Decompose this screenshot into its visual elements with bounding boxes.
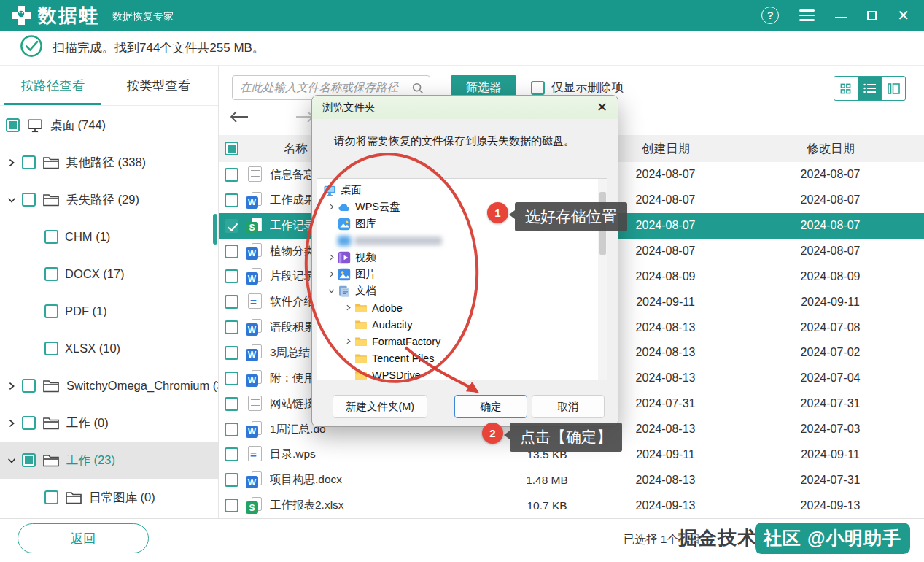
- tree-item-checkbox[interactable]: [22, 379, 36, 393]
- sidebar: 按路径查看 按类型查看 桌面 (744)其他路径 (338)丢失路径 (29)C…: [0, 66, 219, 518]
- file-row-checkbox[interactable]: [225, 346, 238, 360]
- chevron-right-icon[interactable]: [343, 303, 353, 312]
- tree-item-checkbox[interactable]: [22, 416, 36, 430]
- chevron-right-icon[interactable]: [6, 157, 18, 169]
- blurred-user-folder: [338, 236, 442, 246]
- chevron-down-icon[interactable]: [6, 194, 18, 206]
- file-row-checkbox[interactable]: [225, 219, 238, 233]
- chevron-right-icon[interactable]: [6, 417, 18, 429]
- chevron-right-icon[interactable]: [327, 202, 336, 212]
- folder-tree-item-Adobe[interactable]: Adobe: [317, 299, 607, 316]
- ok-button[interactable]: 确定: [454, 395, 527, 418]
- sidebar-scrollbar-thumb[interactable]: [213, 214, 217, 245]
- minimize-button[interactable]: [835, 12, 847, 18]
- watermark-pill: 社区 @小明助手: [755, 523, 910, 554]
- chevron-right-icon[interactable]: [327, 269, 336, 279]
- deleted-only-checkbox-box[interactable]: [531, 81, 545, 95]
- file-created-date: 2024-08-13: [594, 467, 737, 493]
- tree-item-checkbox[interactable]: [44, 490, 58, 504]
- sidebar-tree-item-SwitchyOmega_Chromium[interactable]: SwitchyOmega_Chromium (3: [0, 367, 218, 404]
- sidebar-tree-item-工作[interactable]: 工作 (0): [0, 404, 218, 442]
- file-row-checkbox[interactable]: [225, 397, 238, 411]
- file-modified-date: 2024-08-09: [737, 263, 924, 289]
- back-button[interactable]: 返回: [18, 523, 149, 553]
- tree-item-checkbox[interactable]: [22, 453, 36, 467]
- new-folder-button[interactable]: 新建文件夹(M): [333, 395, 427, 418]
- tab-view-by-path[interactable]: 按路径查看: [0, 66, 106, 105]
- preview-view-button[interactable]: [882, 77, 905, 100]
- sidebar-tree-item-PDF[interactable]: PDF (1): [0, 293, 218, 330]
- tree-item-checkbox[interactable]: [22, 193, 36, 207]
- tree-item-label: 工作 (23): [66, 453, 115, 469]
- file-row-checkbox[interactable]: [225, 295, 238, 309]
- scan-complete-icon: [19, 34, 44, 62]
- file-row-checkbox[interactable]: [225, 245, 238, 258]
- sidebar-tree-item-DOCX[interactable]: DOCX (17): [0, 255, 218, 293]
- folder-tree-item-视频[interactable]: 视频: [317, 249, 607, 266]
- chevron-down-icon[interactable]: [6, 455, 18, 466]
- word-file-icon: W: [246, 471, 263, 488]
- menu-icon[interactable]: [799, 9, 815, 21]
- select-all-checkbox[interactable]: [225, 142, 238, 155]
- chevron-right-icon[interactable]: [6, 380, 18, 392]
- step-1-badge: 1: [487, 202, 508, 223]
- tree-item-checkbox[interactable]: [22, 155, 36, 169]
- sidebar-tree-item-丢失路径[interactable]: 丢失路径 (29): [0, 181, 218, 218]
- tree-item-checkbox[interactable]: [44, 230, 58, 244]
- documents-icon: [338, 285, 351, 298]
- folder-tree-item-桌面[interactable]: 桌面: [317, 182, 607, 199]
- tree-item-checkbox[interactable]: [44, 267, 58, 281]
- list-view-icon: [863, 83, 877, 93]
- folder-name: WPSDrive: [372, 369, 421, 381]
- file-row[interactable]: S工作报表2.xlsx10.7 KB2024-09-132024-09-13: [219, 493, 924, 518]
- file-row-checkbox[interactable]: [225, 193, 238, 207]
- chevron-down-icon[interactable]: [327, 286, 336, 296]
- sidebar-tree-item-工作[interactable]: 工作 (23): [0, 442, 218, 479]
- tree-item-label: XLSX (10): [65, 342, 120, 355]
- folder-icon: [354, 318, 368, 331]
- folder-tree-item-blurred[interactable]: [317, 232, 607, 249]
- folder-icon: [354, 335, 368, 348]
- chevron-right-icon[interactable]: [327, 253, 336, 262]
- sidebar-tree-item-XLSX[interactable]: XLSX (10): [0, 330, 218, 367]
- file-row-checkbox[interactable]: [225, 320, 238, 334]
- tree-item-checkbox[interactable]: [44, 342, 58, 355]
- folder-tree-item-Audacity[interactable]: Audacity: [317, 316, 607, 333]
- grid-view-button[interactable]: [834, 77, 858, 100]
- sidebar-tree-item-日常图库[interactable]: 日常图库 (0): [0, 479, 218, 516]
- tree-item-label: 工作 (0): [66, 415, 109, 431]
- file-row-checkbox[interactable]: [225, 447, 238, 461]
- column-modified-header[interactable]: 修改日期: [737, 135, 924, 162]
- list-view-button[interactable]: [858, 77, 882, 100]
- sidebar-tree-item-CHM[interactable]: CHM (1): [0, 218, 218, 255]
- file-row[interactable]: W项目构思.docx1.48 MB2024-08-132024-07-31: [219, 467, 924, 493]
- close-button[interactable]: ✕: [897, 8, 909, 23]
- annotation-step-2: 2 点击【确定】: [482, 423, 622, 452]
- folder-tree-item-WPSDrive[interactable]: WPSDrive: [317, 366, 607, 380]
- cancel-button[interactable]: 取消: [532, 395, 605, 418]
- folder-tree-item-FormatFactory[interactable]: FormatFactory: [317, 333, 607, 350]
- file-row-checkbox[interactable]: [225, 372, 238, 385]
- tab-view-by-type[interactable]: 按类型查看: [106, 66, 211, 105]
- folder-tree-item-图片[interactable]: 图片: [317, 266, 607, 282]
- folder-tree-item-文档[interactable]: 文档: [317, 282, 607, 299]
- wps-file-icon: =: [246, 293, 263, 310]
- tree-item-checkbox[interactable]: [44, 304, 58, 318]
- sidebar-tree-item-其他路径[interactable]: 其他路径 (338): [0, 144, 218, 181]
- file-size: 10.7 KB: [500, 499, 594, 512]
- folder-icon: [354, 369, 368, 381]
- folder-tree-item-Tencent Files[interactable]: Tencent Files: [317, 350, 607, 366]
- sidebar-tree-item-桌面[interactable]: 桌面 (744): [0, 107, 218, 144]
- back-arrow-icon[interactable]: [230, 111, 249, 126]
- dialog-close-icon[interactable]: ✕: [597, 101, 607, 114]
- column-name-header[interactable]: 名称: [284, 141, 308, 157]
- file-row-checkbox[interactable]: [225, 499, 238, 512]
- help-icon[interactable]: ?: [761, 7, 779, 24]
- file-row-checkbox[interactable]: [225, 269, 238, 283]
- file-row-checkbox[interactable]: [225, 473, 238, 487]
- maximize-button[interactable]: [867, 11, 877, 20]
- chevron-right-icon[interactable]: [343, 336, 353, 346]
- tree-item-checkbox[interactable]: [6, 118, 20, 132]
- file-row-checkbox[interactable]: [225, 168, 238, 182]
- file-row-checkbox[interactable]: [225, 423, 238, 436]
